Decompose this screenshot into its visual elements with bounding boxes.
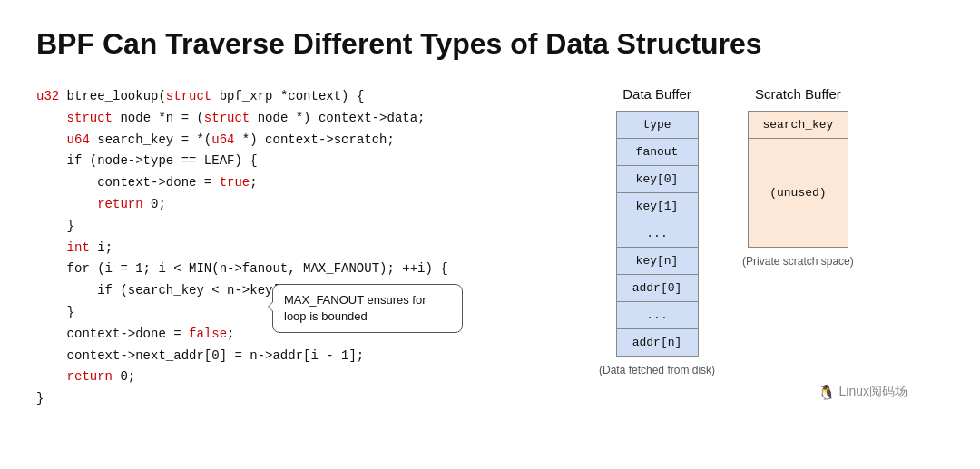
table-row: type bbox=[616, 112, 698, 139]
code-span: 0; bbox=[113, 369, 135, 384]
code-span: i; bbox=[90, 240, 113, 255]
scratch-key-cell: search_key bbox=[748, 112, 848, 139]
data-cell: addr[0] bbox=[616, 275, 698, 302]
page-title: BPF Can Traverse Different Types of Data… bbox=[36, 27, 944, 61]
main-content: u32 btree_lookup(struct bpf_xrp *context… bbox=[36, 86, 944, 410]
scratch-unused-cell: (unused) bbox=[748, 139, 848, 248]
code-line: u64 search_key = *(u64 *) context->scrat… bbox=[36, 130, 563, 151]
scratch-buffer-caption: (Private scratch space) bbox=[742, 255, 854, 268]
code-span: struct bbox=[166, 89, 211, 103]
code-line: for (i = 1; i < MIN(n->fanout, MAX_FANOU… bbox=[36, 259, 563, 280]
code-line: context->done = true; bbox=[36, 172, 563, 194]
code-line: struct node *n = (struct node *) context… bbox=[36, 108, 563, 130]
code-span bbox=[36, 111, 67, 125]
table-row: ... bbox=[616, 302, 698, 329]
code-span: return bbox=[97, 197, 142, 211]
table-row: addr[0] bbox=[616, 275, 698, 302]
code-span: for (i = 1; i < MIN(n->fanout, MAX_FANOU… bbox=[36, 261, 448, 276]
code-span: ; bbox=[227, 327, 234, 341]
data-cell: key[0] bbox=[616, 166, 698, 193]
code-span bbox=[36, 240, 67, 255]
data-buffer-table: typefanoutkey[0]key[1]...key[n]addr[0]..… bbox=[616, 111, 699, 357]
code-line: return 0; bbox=[36, 366, 563, 388]
watermark: 🐧 Linux阅码场 bbox=[818, 384, 907, 401]
code-span bbox=[36, 132, 67, 147]
code-span: context->done = bbox=[36, 175, 220, 190]
code-line: if (node->type == LEAF) { bbox=[36, 151, 563, 172]
code-span: u32 bbox=[36, 89, 59, 103]
code-span: btree_lookup( bbox=[59, 89, 166, 103]
code-span: if (node->type == LEAF) { bbox=[36, 153, 258, 168]
scratch-buffer-table: search_key (unused) bbox=[748, 111, 848, 248]
code-span: } bbox=[36, 219, 74, 233]
code-span: context->done = bbox=[36, 327, 189, 341]
data-cell: type bbox=[616, 112, 698, 139]
code-span bbox=[36, 369, 67, 384]
code-span: *) context->scratch; bbox=[234, 132, 394, 147]
data-cell: key[1] bbox=[616, 193, 698, 220]
code-span: } bbox=[36, 305, 74, 319]
code-span: if (search_key < n->key[i]) bbox=[36, 283, 310, 298]
code-span: search_key = *( bbox=[90, 132, 211, 147]
tooltip-text: MAX_FANOUT ensures for loop is bounded bbox=[284, 293, 426, 323]
code-span: bpf_xrp *context) { bbox=[211, 89, 364, 103]
code-span bbox=[36, 197, 97, 211]
scratch-middle-row: (unused) bbox=[748, 139, 848, 248]
code-span: 0; bbox=[143, 197, 166, 211]
data-buffer-container: Data Buffer typefanoutkey[0]key[1]...key… bbox=[599, 86, 715, 376]
table-row: key[1] bbox=[616, 193, 698, 220]
code-span: true bbox=[220, 175, 250, 190]
watermark-text: Linux阅码场 bbox=[839, 384, 907, 400]
code-span: ; bbox=[250, 175, 257, 190]
scratch-top-row: search_key bbox=[748, 112, 848, 139]
code-line: u32 btree_lookup(struct bpf_xrp *context… bbox=[36, 86, 563, 108]
code-span: node *n = ( bbox=[113, 111, 204, 125]
code-span: false bbox=[189, 327, 227, 341]
data-cell: ... bbox=[616, 302, 698, 329]
table-row: key[n] bbox=[616, 248, 698, 275]
code-line: } bbox=[36, 216, 563, 238]
data-buffer-caption: (Data fetched from disk) bbox=[599, 364, 715, 376]
code-span: u64 bbox=[211, 132, 234, 147]
code-span: context->next_addr[0] = n->addr[i - 1]; bbox=[36, 348, 364, 363]
code-span: node *) context->data; bbox=[250, 111, 425, 125]
tooltip-bubble: MAX_FANOUT ensures for loop is bounded bbox=[272, 284, 463, 333]
code-span: return bbox=[67, 369, 113, 384]
code-span: struct bbox=[67, 111, 113, 125]
code-line: } bbox=[36, 388, 563, 410]
code-span: u64 bbox=[67, 132, 90, 147]
data-cell: ... bbox=[616, 220, 698, 248]
code-line: int i; bbox=[36, 238, 563, 259]
scratch-buffer-container: Scratch Buffer search_key (unused) (Priv… bbox=[742, 86, 854, 268]
data-buffer-title: Data Buffer bbox=[622, 86, 691, 102]
table-row: addr[n] bbox=[616, 329, 698, 357]
data-cell: fanout bbox=[616, 139, 698, 166]
code-line: context->next_addr[0] = n->addr[i - 1]; bbox=[36, 346, 563, 367]
code-span: } bbox=[36, 391, 44, 405]
code-span: struct bbox=[204, 111, 250, 125]
watermark-icon: 🐧 bbox=[818, 384, 836, 401]
table-row: fanout bbox=[616, 139, 698, 166]
code-span: int bbox=[67, 240, 90, 255]
table-row: key[0] bbox=[616, 166, 698, 193]
data-cell: key[n] bbox=[616, 248, 698, 275]
scratch-buffer-title: Scratch Buffer bbox=[755, 86, 841, 102]
table-row: ... bbox=[616, 220, 698, 248]
diagrams-section: Data Buffer typefanoutkey[0]key[1]...key… bbox=[599, 86, 944, 376]
code-line: return 0; bbox=[36, 194, 563, 216]
data-cell: addr[n] bbox=[616, 329, 698, 357]
code-section: u32 btree_lookup(struct bpf_xrp *context… bbox=[36, 86, 563, 410]
